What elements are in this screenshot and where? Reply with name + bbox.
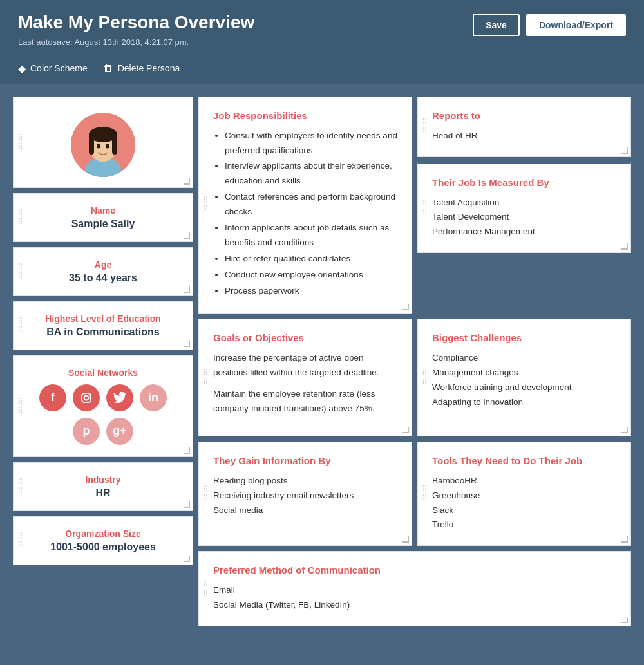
header-left: Make My Persona Overview Last autosave: … xyxy=(18,12,254,47)
avatar xyxy=(71,113,135,177)
goals-paragraph-1: Increase the percentage of active open p… xyxy=(213,351,397,380)
svg-rect-5 xyxy=(89,132,94,155)
svg-rect-6 xyxy=(112,132,117,155)
reports-to-value: Head of HR xyxy=(432,131,478,140)
social-icons-group: f in p g+ xyxy=(24,384,182,445)
list-item: Receiving industry email newsletters xyxy=(213,489,397,503)
tools-content: BambooHR Greenhouse Slack Trello xyxy=(432,474,616,533)
twitter-svg xyxy=(113,392,126,404)
list-item: Contact references and perform backgroun… xyxy=(225,190,397,220)
googleplus-icon[interactable]: g+ xyxy=(106,418,133,445)
drag-handle[interactable] xyxy=(203,196,209,213)
industry-card: Industry HR xyxy=(13,462,193,511)
org-size-card: Organization Size 1001-5000 employees xyxy=(13,516,193,565)
main-content: Name Sample Sally Age 35 to 44 years Hig… xyxy=(0,84,644,646)
education-label: Highest Level of Education xyxy=(24,314,182,324)
header-top: Make My Persona Overview Last autosave: … xyxy=(18,12,626,47)
drag-handle[interactable] xyxy=(203,581,209,597)
instagram-icon[interactable] xyxy=(73,384,100,411)
industry-value: HR xyxy=(24,487,182,499)
resize-handle[interactable] xyxy=(402,427,409,433)
instagram-svg xyxy=(80,391,93,404)
avatar-illustration xyxy=(71,113,135,177)
challenges-content: Compliance Management changes Workforce … xyxy=(432,351,616,410)
resize-handle[interactable] xyxy=(621,427,628,433)
drag-handle[interactable] xyxy=(17,398,23,415)
age-label: Age xyxy=(24,259,182,270)
autosave-status: Last autosave: August 13th 2018, 4:21:07… xyxy=(18,37,254,47)
measured-by-title: Their Job Is Measured By xyxy=(432,177,616,188)
drag-handle[interactable] xyxy=(203,369,209,386)
right-row-1: Job Responsibilities Consult with employ… xyxy=(198,97,631,314)
goals-content: Increase the percentage of active open p… xyxy=(213,351,397,417)
resize-handle[interactable] xyxy=(621,243,628,250)
measured-by-card: Their Job Is Measured By Talent Acquisit… xyxy=(417,162,631,254)
social-networks-card: Social Networks f xyxy=(13,355,193,457)
gain-info-title: They Gain Information By xyxy=(213,455,397,466)
resize-handle[interactable] xyxy=(621,147,628,154)
communication-content: Email Social Media (Twitter, FB, LinkedI… xyxy=(213,583,616,613)
svg-point-7 xyxy=(97,144,100,148)
avatar-card xyxy=(13,97,193,188)
resize-handle[interactable] xyxy=(621,536,628,543)
communication-title: Preferred Method of Communication xyxy=(213,565,616,576)
twitter-icon[interactable] xyxy=(106,384,133,411)
resize-handle[interactable] xyxy=(184,556,190,562)
drag-handle[interactable] xyxy=(422,369,428,386)
resize-handle[interactable] xyxy=(402,304,409,310)
drag-handle[interactable] xyxy=(17,134,23,151)
name-label: Name xyxy=(24,205,182,216)
header-toolbar: ◆ Color Scheme 🗑 Delete Persona xyxy=(18,56,626,84)
tools-title: Tools They Need to Do Their Job xyxy=(432,455,616,466)
resize-handle[interactable] xyxy=(402,536,409,543)
name-value: Sample Sally xyxy=(24,218,182,230)
reports-to-title: Reports to xyxy=(432,110,616,121)
resize-handle[interactable] xyxy=(184,501,190,508)
resize-handle[interactable] xyxy=(184,286,190,293)
resize-handle[interactable] xyxy=(184,447,190,454)
drag-handle[interactable] xyxy=(17,263,23,280)
drag-handle[interactable] xyxy=(422,118,428,135)
drag-handle[interactable] xyxy=(17,478,23,495)
name-card: Name Sample Sally xyxy=(13,193,193,242)
resize-handle[interactable] xyxy=(184,178,190,185)
linkedin-icon[interactable]: in xyxy=(140,384,167,411)
color-scheme-button[interactable]: ◆ Color Scheme xyxy=(18,62,88,75)
resize-handle[interactable] xyxy=(184,341,190,347)
save-button[interactable]: Save xyxy=(473,14,520,36)
resize-handle[interactable] xyxy=(621,617,628,623)
pinterest-icon[interactable]: p xyxy=(73,418,100,445)
drag-handle[interactable] xyxy=(422,485,428,502)
delete-persona-button[interactable]: 🗑 Delete Persona xyxy=(103,62,180,74)
right-row-3: They Gain Information By Reading blog po… xyxy=(198,442,631,547)
delete-icon: 🗑 xyxy=(103,62,113,74)
list-item: Reading blog posts xyxy=(213,474,397,489)
challenges-card: Biggest Challenges Compliance Management… xyxy=(417,319,631,436)
drag-handle[interactable] xyxy=(17,532,23,549)
drag-handle[interactable] xyxy=(422,200,428,216)
reports-to-content: Head of HR xyxy=(432,129,616,144)
goals-paragraph-2: Maintain the employee retention rate (le… xyxy=(213,387,397,417)
drag-handle[interactable] xyxy=(17,209,23,226)
gain-info-content: Reading blog posts Receiving industry em… xyxy=(213,474,397,518)
education-value: BA in Communications xyxy=(24,326,182,338)
download-button[interactable]: Download/Export xyxy=(526,14,626,36)
list-item: Consult with employers to identify needs… xyxy=(225,129,397,158)
drag-handle[interactable] xyxy=(203,485,209,502)
color-scheme-icon: ◆ xyxy=(18,62,26,75)
list-item: Compliance xyxy=(432,351,616,366)
drag-handle[interactable] xyxy=(17,317,23,334)
list-item: Inform applicants about job details such… xyxy=(225,221,397,250)
education-card: Highest Level of Education BA in Communi… xyxy=(13,301,193,350)
age-card: Age 35 to 44 years xyxy=(13,247,193,296)
page-title: Make My Persona Overview xyxy=(18,12,254,33)
social-label: Social Networks xyxy=(24,368,182,378)
list-item: Social Media (Twitter, FB, LinkedIn) xyxy=(213,598,616,613)
persona-grid: Name Sample Sally Age 35 to 44 years Hig… xyxy=(13,97,631,627)
resize-handle[interactable] xyxy=(184,232,190,239)
facebook-icon[interactable]: f xyxy=(39,384,66,411)
list-item: Adapating to innovation xyxy=(432,395,616,410)
goals-card: Goals or Objectives Increase the percent… xyxy=(198,319,412,436)
header-buttons: Save Download/Export xyxy=(473,12,626,36)
job-responsibilities-list: Consult with employers to identify needs… xyxy=(213,129,397,299)
